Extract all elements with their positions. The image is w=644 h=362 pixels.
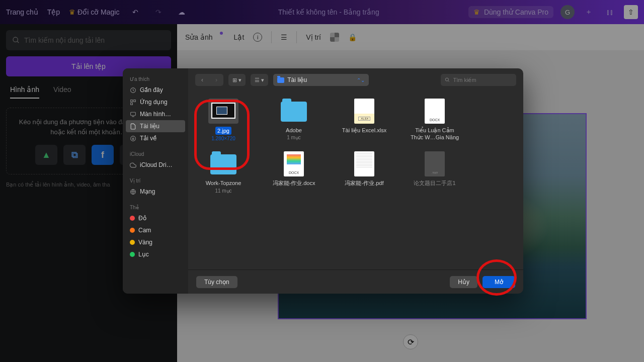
file-item[interactable]: Work-Topzone 11 mục	[198, 151, 249, 193]
redo-icon[interactable]: ↷	[151, 5, 166, 19]
sidebar-item-documents[interactable]: Tài liệu	[126, 120, 185, 132]
sidebar-item-recent[interactable]: Gần đây	[123, 84, 188, 96]
cancel-button[interactable]: Hủy	[450, 276, 477, 288]
dialog-toolbar: ‹ › ⊞ ▾ ☰ ▾ Tài liệu ⌃⌄	[188, 68, 523, 92]
favorites-heading: Ưa thích	[123, 74, 188, 84]
docx-file-icon	[284, 151, 304, 176]
svg-point-0	[13, 37, 18, 42]
xlsx-file-icon	[354, 99, 374, 124]
group-mode[interactable]: ☰ ▾	[251, 74, 268, 86]
chevron-updown-icon: ⌃⌄	[357, 77, 365, 83]
try-pro-button[interactable]: ♛Dùng thử Canva Pro	[468, 6, 553, 18]
flip-button[interactable]: Lật	[234, 33, 245, 41]
dialog-search-field[interactable]	[453, 77, 512, 83]
avatar[interactable]: G	[560, 5, 575, 19]
nav-home[interactable]: Trang chủ	[6, 8, 38, 16]
google-drive-icon[interactable]: ▲	[35, 145, 57, 165]
dialog-sidebar: Ưa thích Gần đây Ứng dụng Màn hình… Tài …	[123, 68, 188, 294]
info-icon[interactable]: i	[253, 33, 262, 42]
nav-file[interactable]: Tệp	[47, 8, 60, 16]
app-topbar: Trang chủ Tệp ♛Đổi cỡ Magic ↶ ↷ ☁ Thiết …	[0, 0, 644, 24]
file-open-dialog: Ưa thích Gần đây Ứng dụng Màn hình… Tài …	[123, 68, 523, 294]
file-item[interactable]: 2.jpg 1.280×720	[198, 99, 249, 141]
search-icon	[12, 36, 20, 44]
sidebar-item-desktop[interactable]: Màn hình…	[123, 108, 188, 120]
search-field[interactable]	[24, 36, 165, 44]
tab-video[interactable]: Video	[53, 85, 71, 99]
svg-rect-5	[131, 103, 133, 105]
dropbox-icon[interactable]: ⧉	[63, 145, 86, 165]
editor-toolbar: Sửa ảnh Lật i ☰ Vị trí 🔒	[177, 24, 644, 50]
docx-file-icon	[425, 99, 445, 124]
options-button[interactable]: Tùy chọn	[196, 276, 237, 288]
undo-icon[interactable]: ↶	[128, 5, 142, 19]
search-icon	[445, 77, 450, 83]
sidebar-item-downloads[interactable]: Tải về	[123, 132, 188, 144]
svg-rect-4	[134, 100, 136, 102]
dialog-search[interactable]	[441, 74, 516, 86]
lock-icon[interactable]: 🔒	[348, 33, 357, 41]
svg-rect-3	[131, 100, 133, 102]
search-input[interactable]	[6, 30, 171, 50]
sidebar-item-icloud[interactable]: iCloud Dri…	[123, 159, 188, 171]
svg-point-10	[445, 78, 448, 81]
tag-green[interactable]: Lục	[123, 248, 188, 260]
file-item[interactable]: Tiểu Luận Cảm Thức W…Gia Năng	[410, 99, 460, 141]
position-button[interactable]: Vị trí	[306, 33, 321, 41]
tab-images[interactable]: Hình ảnh	[10, 85, 39, 99]
svg-rect-6	[131, 112, 136, 116]
dialog-footer: Tùy chọn Hủy Mở	[188, 269, 523, 294]
facebook-icon[interactable]: f	[92, 145, 114, 165]
file-item[interactable]: 论文题目二手店1	[410, 151, 460, 193]
path-selector[interactable]: Tài liệu ⌃⌄	[273, 74, 369, 86]
nav-resize[interactable]: ♛Đổi cỡ Magic	[69, 8, 119, 16]
image-thumbnail-icon	[211, 103, 235, 119]
cloud-sync-icon[interactable]: ☁	[175, 5, 189, 19]
tag-red[interactable]: Đỏ	[123, 212, 188, 224]
view-mode-icons[interactable]: ⊞ ▾	[228, 74, 246, 86]
crown-icon: ♛	[69, 8, 75, 16]
svg-line-1	[17, 41, 19, 43]
edit-image-button[interactable]: Sửa ảnh	[185, 33, 213, 41]
nav-forward-icon[interactable]: ›	[209, 74, 223, 86]
tags-heading: Thẻ	[123, 203, 188, 212]
folder-icon	[277, 77, 284, 83]
folder-icon	[281, 102, 307, 122]
file-item[interactable]: Tài liệu Excel.xlsx	[339, 99, 389, 141]
sidebar-item-network[interactable]: Mạng	[123, 186, 188, 198]
plus-icon[interactable]: ＋	[582, 5, 596, 19]
transparency-icon[interactable]	[330, 33, 339, 42]
pdf-file-icon	[354, 151, 374, 176]
analytics-icon[interactable]: ⫿⫿	[603, 5, 617, 19]
nav-back-icon[interactable]: ‹	[195, 74, 209, 86]
txt-file-icon	[425, 151, 445, 176]
sync-pages-icon[interactable]: ⟳	[403, 334, 418, 349]
file-grid: 2.jpg 1.280×720 Adobe 1 mục Tài liệu Exc…	[188, 92, 523, 269]
locations-heading: Vị trí	[123, 176, 188, 186]
tag-orange[interactable]: Cam	[123, 224, 188, 236]
sidebar-item-apps[interactable]: Ứng dụng	[123, 96, 188, 108]
folder-icon	[210, 154, 236, 174]
file-item[interactable]: 冯家能-作业.docx	[269, 151, 319, 193]
svg-line-11	[448, 80, 449, 81]
crown-icon: ♛	[473, 8, 480, 16]
share-icon[interactable]: ⇧	[624, 5, 638, 19]
file-item[interactable]: 冯家能-作业.pdf	[339, 151, 389, 193]
list-icon[interactable]: ☰	[281, 33, 287, 41]
open-button[interactable]: Mở	[482, 276, 515, 288]
icloud-heading: iCloud	[123, 149, 188, 159]
tag-yellow[interactable]: Vàng	[123, 236, 188, 248]
file-item[interactable]: Adobe 1 mục	[269, 99, 319, 141]
document-title[interactable]: Thiết kế không tên - Bảng trắng	[189, 8, 468, 16]
